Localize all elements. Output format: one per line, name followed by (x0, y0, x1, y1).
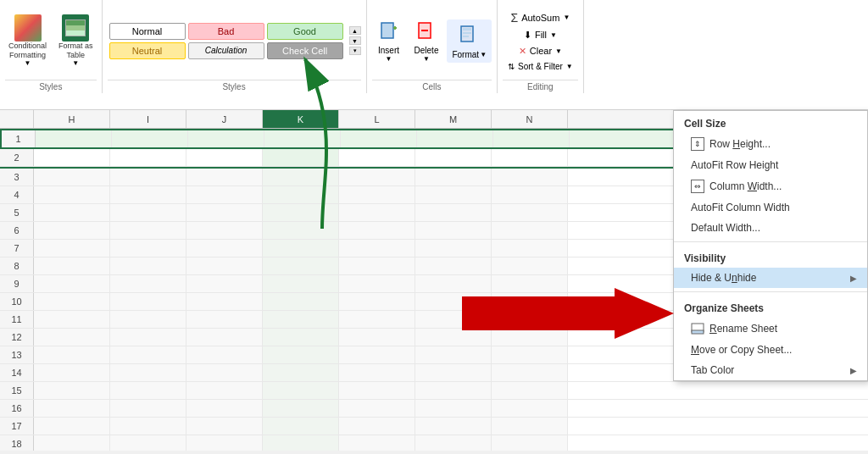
hide-unhide-chevron: ▶ (850, 274, 857, 283)
row-number[interactable]: 13 (0, 346, 34, 363)
row-number[interactable]: 4 (0, 186, 34, 203)
row-number[interactable]: 9 (0, 275, 34, 292)
autosum-icon: Σ (510, 11, 518, 25)
row-number[interactable]: 7 (0, 240, 34, 257)
clear-label: Clear (530, 46, 552, 56)
sort-icon: ⇅ (508, 62, 515, 71)
column-width-icon: ⇔ (691, 180, 704, 193)
organize-sheets-title: Organize Sheets (674, 296, 867, 318)
styles-scroll-more[interactable]: ▾ (349, 47, 361, 55)
clear-btn[interactable]: ✕ Clear ▼ (514, 44, 567, 58)
cells-group: Insert ▼ Delete ▼ (367, 0, 498, 93)
autosum-label: AutoSum (521, 13, 559, 23)
row-number[interactable]: 17 (0, 418, 34, 435)
col-header-n[interactable]: N (492, 110, 568, 128)
delete-icon (415, 19, 438, 46)
cells-label: Cells (372, 80, 492, 93)
style-good[interactable]: Good (267, 23, 343, 40)
menu-divider-2 (674, 291, 867, 292)
format-icon (458, 23, 481, 50)
row-number[interactable]: 18 (0, 435, 34, 451)
svg-rect-10 (692, 330, 704, 334)
move-copy-item[interactable]: Move or Copy Sheet... (674, 340, 867, 360)
grid-cell[interactable] (417, 130, 493, 147)
svg-rect-8 (463, 36, 469, 37)
delete-btn[interactable]: Delete ▼ (409, 15, 444, 66)
column-width-item[interactable]: ⇔ Column Width... (674, 175, 867, 197)
svg-rect-7 (463, 32, 471, 34)
col-header-i[interactable]: I (110, 110, 186, 128)
column-width-label: Column Width... (709, 180, 782, 192)
grid-cell[interactable] (112, 130, 188, 147)
styles-group-label: Styles (5, 80, 97, 93)
style-calculation[interactable]: Calculation (188, 42, 264, 59)
col-header-m[interactable]: M (415, 110, 492, 128)
table-row: 18 (0, 435, 868, 451)
row-number[interactable]: 14 (0, 364, 34, 381)
fill-btn[interactable]: ⬇ Fill ▼ (519, 28, 562, 42)
row-number[interactable]: 6 (0, 222, 34, 239)
cell-size-section-title: Cell Size (674, 111, 867, 133)
style-checkcell[interactable]: Check Cell (267, 42, 343, 59)
styles-group: Normal Bad Good Neutral Calculation Chec… (103, 0, 367, 93)
autofit-col-label: AutoFit Column Width (691, 202, 790, 213)
autosum-btn[interactable]: Σ AutoSum ▼ (505, 9, 575, 26)
grid-cell[interactable] (264, 130, 341, 147)
format-btn[interactable]: Format ▼ (447, 19, 492, 63)
row-number[interactable]: 10 (0, 293, 34, 310)
grid-cell[interactable] (36, 130, 112, 147)
row-number[interactable]: 8 (0, 257, 34, 274)
row-height-item[interactable]: ⇕ Row Height... (674, 133, 867, 155)
format-dropdown-menu: Cell Size ⇕ Row Height... AutoFit Row He… (673, 110, 868, 381)
menu-divider (674, 241, 867, 242)
hide-unhide-item[interactable]: Hide & Unhide ▶ (674, 268, 867, 288)
clear-icon: ✕ (519, 46, 526, 57)
grid-cell[interactable] (341, 130, 417, 147)
conditional-formatting-btn[interactable]: ConditionalFormatting ▼ (5, 13, 50, 69)
styles-scroll-down[interactable]: ▼ (349, 36, 361, 45)
row-number[interactable]: 1 (2, 130, 36, 147)
grid-cell[interactable] (493, 130, 570, 147)
style-normal[interactable]: Normal (109, 23, 186, 40)
col-header-j[interactable]: J (186, 110, 263, 128)
table-row: 17 (0, 418, 868, 435)
tab-color-item[interactable]: Tab Color ▶ (674, 360, 867, 380)
default-width-item[interactable]: Default Width... (674, 218, 867, 238)
styles-scroll-up[interactable]: ▲ (349, 26, 361, 35)
tab-color-label: Tab Color (691, 364, 734, 376)
col-header-l[interactable]: L (339, 110, 415, 128)
sort-filter-btn[interactable]: ⇅ Sort & Filter ▼ (503, 60, 578, 73)
editing-label: Editing (503, 80, 578, 93)
autofit-row-height-item[interactable]: AutoFit Row Height (674, 155, 867, 175)
styles-label: Styles (108, 80, 361, 93)
row-number[interactable]: 3 (0, 169, 34, 185)
style-neutral[interactable]: Neutral (109, 42, 186, 59)
col-header-k[interactable]: K (263, 110, 339, 128)
rename-sheet-icon (691, 322, 704, 335)
row-number[interactable]: 5 (0, 204, 34, 221)
editing-group: Σ AutoSum ▼ ⬇ Fill ▼ ✕ Clear ▼ ⇅ Sort & … (498, 0, 584, 93)
autofit-column-item[interactable]: AutoFit Column Width (674, 197, 867, 218)
hide-unhide-label: Hide & Unhide (691, 272, 756, 284)
table-row: 16 (0, 400, 868, 418)
row-number[interactable]: 11 (0, 311, 34, 328)
row-number[interactable]: 12 (0, 329, 34, 346)
move-copy-label: Move or Copy Sheet... (691, 344, 792, 356)
format-as-table-btn[interactable]: Format asTable ▼ (55, 13, 97, 69)
row-number[interactable]: 16 (0, 400, 34, 417)
style-bad[interactable]: Bad (188, 23, 264, 40)
default-width-label: Default Width... (691, 222, 760, 234)
delete-label: Delete (415, 46, 439, 55)
sort-label: Sort & Filter (518, 62, 563, 71)
conditional-formatting-group: ConditionalFormatting ▼ Format asTable ▼… (0, 0, 103, 93)
rename-sheet-item[interactable]: Rename Sheet (674, 318, 867, 340)
fill-label: Fill (535, 30, 547, 40)
grid-cell[interactable] (188, 130, 264, 147)
insert-btn[interactable]: Insert ▼ (372, 15, 406, 66)
row-number[interactable]: 15 (0, 382, 34, 399)
col-header-h[interactable]: H (34, 110, 110, 128)
row-number[interactable]: 2 (0, 149, 34, 166)
autofit-row-label: AutoFit Row Height (691, 159, 778, 171)
row-height-label: Row Height... (709, 138, 771, 150)
row-height-icon: ⇕ (691, 137, 704, 151)
